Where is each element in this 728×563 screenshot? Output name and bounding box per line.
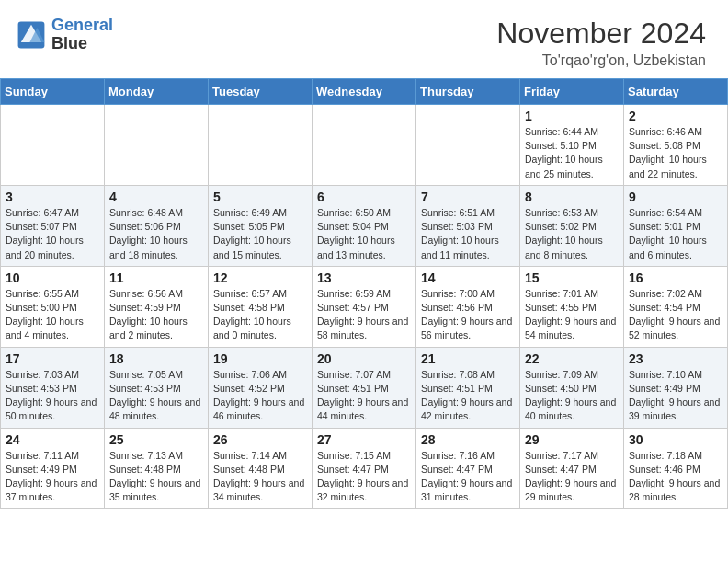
day-number: 22 bbox=[525, 351, 619, 366]
calendar-cell bbox=[1, 105, 105, 186]
day-number: 19 bbox=[213, 351, 307, 366]
calendar-cell: 12Sunrise: 6:57 AM Sunset: 4:58 PM Dayli… bbox=[209, 266, 313, 347]
day-info: Sunrise: 7:14 AM Sunset: 4:48 PM Dayligh… bbox=[213, 449, 307, 505]
day-info: Sunrise: 7:00 AM Sunset: 4:56 PM Dayligh… bbox=[421, 287, 515, 343]
calendar-cell: 18Sunrise: 7:05 AM Sunset: 4:53 PM Dayli… bbox=[105, 347, 209, 428]
calendar-cell: 15Sunrise: 7:01 AM Sunset: 4:55 PM Dayli… bbox=[520, 266, 624, 347]
day-number: 24 bbox=[6, 432, 99, 447]
weekday-header-friday: Friday bbox=[520, 79, 624, 105]
calendar-cell: 5Sunrise: 6:49 AM Sunset: 5:05 PM Daylig… bbox=[209, 185, 313, 266]
calendar-cell: 29Sunrise: 7:17 AM Sunset: 4:47 PM Dayli… bbox=[520, 428, 624, 509]
calendar-cell bbox=[313, 105, 416, 186]
day-info: Sunrise: 6:51 AM Sunset: 5:03 PM Dayligh… bbox=[421, 206, 515, 262]
calendar-cell: 2Sunrise: 6:46 AM Sunset: 5:08 PM Daylig… bbox=[624, 105, 728, 186]
day-number: 3 bbox=[6, 190, 99, 204]
day-info: Sunrise: 7:06 AM Sunset: 4:52 PM Dayligh… bbox=[213, 368, 307, 424]
day-info: Sunrise: 6:50 AM Sunset: 5:04 PM Dayligh… bbox=[317, 206, 411, 262]
day-number: 17 bbox=[6, 351, 99, 366]
logo-text: General Blue bbox=[51, 17, 113, 53]
day-number: 21 bbox=[421, 351, 515, 366]
calendar-cell: 24Sunrise: 7:11 AM Sunset: 4:49 PM Dayli… bbox=[1, 428, 105, 509]
calendar-table: SundayMondayTuesdayWednesdayThursdayFrid… bbox=[0, 78, 728, 509]
day-number: 9 bbox=[629, 190, 722, 204]
calendar-cell: 9Sunrise: 6:54 AM Sunset: 5:01 PM Daylig… bbox=[624, 185, 728, 266]
calendar-cell: 4Sunrise: 6:48 AM Sunset: 5:06 PM Daylig… bbox=[105, 185, 209, 266]
calendar-cell: 3Sunrise: 6:47 AM Sunset: 5:07 PM Daylig… bbox=[1, 185, 105, 266]
day-number: 1 bbox=[525, 109, 619, 123]
calendar-cell: 19Sunrise: 7:06 AM Sunset: 4:52 PM Dayli… bbox=[209, 347, 313, 428]
day-number: 20 bbox=[317, 351, 411, 366]
day-info: Sunrise: 7:07 AM Sunset: 4:51 PM Dayligh… bbox=[317, 368, 411, 424]
day-info: Sunrise: 7:16 AM Sunset: 4:47 PM Dayligh… bbox=[421, 449, 515, 505]
day-number: 16 bbox=[629, 270, 722, 285]
logo-line1: General bbox=[51, 16, 113, 34]
logo-icon bbox=[17, 20, 46, 50]
calendar-cell: 1Sunrise: 6:44 AM Sunset: 5:10 PM Daylig… bbox=[520, 105, 624, 186]
calendar-cell bbox=[416, 105, 520, 186]
calendar-cell: 27Sunrise: 7:15 AM Sunset: 4:47 PM Dayli… bbox=[313, 428, 416, 509]
day-info: Sunrise: 6:44 AM Sunset: 5:10 PM Dayligh… bbox=[525, 125, 619, 181]
calendar-cell: 11Sunrise: 6:56 AM Sunset: 4:59 PM Dayli… bbox=[105, 266, 209, 347]
calendar-cell: 8Sunrise: 6:53 AM Sunset: 5:02 PM Daylig… bbox=[520, 185, 624, 266]
calendar-cell: 30Sunrise: 7:18 AM Sunset: 4:46 PM Dayli… bbox=[624, 428, 728, 509]
day-info: Sunrise: 7:09 AM Sunset: 4:50 PM Dayligh… bbox=[525, 368, 619, 424]
day-info: Sunrise: 7:13 AM Sunset: 4:48 PM Dayligh… bbox=[109, 449, 203, 505]
day-info: Sunrise: 7:15 AM Sunset: 4:47 PM Dayligh… bbox=[317, 449, 411, 505]
day-number: 12 bbox=[213, 270, 307, 285]
day-info: Sunrise: 6:48 AM Sunset: 5:06 PM Dayligh… bbox=[109, 206, 203, 262]
day-info: Sunrise: 6:54 AM Sunset: 5:01 PM Dayligh… bbox=[629, 206, 722, 262]
day-number: 15 bbox=[525, 270, 619, 285]
day-info: Sunrise: 6:56 AM Sunset: 4:59 PM Dayligh… bbox=[109, 287, 203, 343]
day-number: 25 bbox=[109, 432, 203, 447]
day-number: 6 bbox=[317, 190, 411, 204]
logo: General Blue bbox=[17, 17, 113, 53]
calendar-cell: 10Sunrise: 6:55 AM Sunset: 5:00 PM Dayli… bbox=[1, 266, 105, 347]
location: To'rqao'rg'on, Uzbekistan bbox=[496, 52, 706, 69]
day-number: 4 bbox=[109, 190, 203, 204]
title-block: November 2024 To'rqao'rg'on, Uzbekistan bbox=[496, 17, 706, 69]
day-number: 11 bbox=[109, 270, 203, 285]
day-info: Sunrise: 6:59 AM Sunset: 4:57 PM Dayligh… bbox=[317, 287, 411, 343]
day-number: 5 bbox=[213, 190, 307, 204]
day-number: 29 bbox=[525, 432, 619, 447]
day-number: 14 bbox=[421, 270, 515, 285]
weekday-header-wednesday: Wednesday bbox=[313, 79, 416, 105]
weekday-header-monday: Monday bbox=[105, 79, 209, 105]
day-number: 8 bbox=[525, 190, 619, 204]
day-info: Sunrise: 7:11 AM Sunset: 4:49 PM Dayligh… bbox=[6, 449, 99, 505]
calendar-cell bbox=[209, 105, 313, 186]
month-title: November 2024 bbox=[496, 17, 706, 51]
calendar-cell: 25Sunrise: 7:13 AM Sunset: 4:48 PM Dayli… bbox=[105, 428, 209, 509]
calendar-cell: 17Sunrise: 7:03 AM Sunset: 4:53 PM Dayli… bbox=[1, 347, 105, 428]
calendar-cell: 23Sunrise: 7:10 AM Sunset: 4:49 PM Dayli… bbox=[624, 347, 728, 428]
day-number: 30 bbox=[629, 432, 722, 447]
day-number: 2 bbox=[629, 109, 722, 123]
day-number: 18 bbox=[109, 351, 203, 366]
calendar-cell: 20Sunrise: 7:07 AM Sunset: 4:51 PM Dayli… bbox=[313, 347, 416, 428]
day-info: Sunrise: 7:08 AM Sunset: 4:51 PM Dayligh… bbox=[421, 368, 515, 424]
weekday-header-tuesday: Tuesday bbox=[209, 79, 313, 105]
calendar-cell: 6Sunrise: 6:50 AM Sunset: 5:04 PM Daylig… bbox=[313, 185, 416, 266]
page-header: General Blue November 2024 To'rqao'rg'on… bbox=[0, 0, 728, 78]
day-number: 7 bbox=[421, 190, 515, 204]
calendar-cell: 14Sunrise: 7:00 AM Sunset: 4:56 PM Dayli… bbox=[416, 266, 520, 347]
day-info: Sunrise: 7:03 AM Sunset: 4:53 PM Dayligh… bbox=[6, 368, 99, 424]
day-number: 23 bbox=[629, 351, 722, 366]
day-info: Sunrise: 6:46 AM Sunset: 5:08 PM Dayligh… bbox=[629, 125, 722, 181]
day-info: Sunrise: 6:55 AM Sunset: 5:00 PM Dayligh… bbox=[6, 287, 99, 343]
day-number: 28 bbox=[421, 432, 515, 447]
calendar-cell: 22Sunrise: 7:09 AM Sunset: 4:50 PM Dayli… bbox=[520, 347, 624, 428]
calendar-cell: 28Sunrise: 7:16 AM Sunset: 4:47 PM Dayli… bbox=[416, 428, 520, 509]
calendar-cell: 13Sunrise: 6:59 AM Sunset: 4:57 PM Dayli… bbox=[313, 266, 416, 347]
day-number: 13 bbox=[317, 270, 411, 285]
calendar-cell bbox=[105, 105, 209, 186]
day-number: 26 bbox=[213, 432, 307, 447]
day-info: Sunrise: 6:53 AM Sunset: 5:02 PM Dayligh… bbox=[525, 206, 619, 262]
day-number: 27 bbox=[317, 432, 411, 447]
calendar-cell: 21Sunrise: 7:08 AM Sunset: 4:51 PM Dayli… bbox=[416, 347, 520, 428]
day-info: Sunrise: 6:47 AM Sunset: 5:07 PM Dayligh… bbox=[6, 206, 99, 262]
day-info: Sunrise: 7:01 AM Sunset: 4:55 PM Dayligh… bbox=[525, 287, 619, 343]
day-info: Sunrise: 7:02 AM Sunset: 4:54 PM Dayligh… bbox=[629, 287, 722, 343]
calendar-cell: 16Sunrise: 7:02 AM Sunset: 4:54 PM Dayli… bbox=[624, 266, 728, 347]
day-info: Sunrise: 7:05 AM Sunset: 4:53 PM Dayligh… bbox=[109, 368, 203, 424]
